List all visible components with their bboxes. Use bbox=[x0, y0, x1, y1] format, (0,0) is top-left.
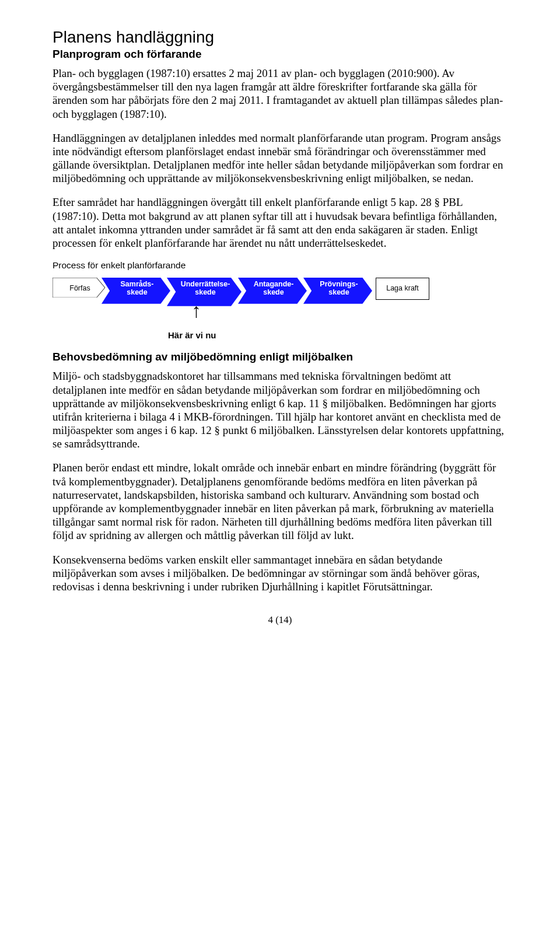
paragraph: Handläggningen av detaljplanen inleddes … bbox=[52, 131, 508, 186]
here-label: Här är vi nu bbox=[168, 330, 508, 340]
phase-label: Förfas bbox=[69, 285, 90, 293]
paragraph: Plan- och bygglagen (1987:10) ersattes 2… bbox=[52, 66, 508, 121]
phase-lagakraft: Laga kraft bbox=[376, 278, 429, 300]
heading-main: Planens handläggning bbox=[52, 28, 508, 47]
paragraph: Konsekvenserna bedöms varken enskilt ell… bbox=[52, 553, 508, 594]
page-number: 4 (14) bbox=[52, 614, 508, 626]
heading-behovsbedomning: Behovsbedömning av miljöbedömning enligt… bbox=[52, 351, 508, 363]
paragraph: Miljö- och stadsbyggnadskontoret har til… bbox=[52, 369, 508, 450]
phase-provning: Prövnings- skede bbox=[303, 278, 372, 300]
phase-label: Antagande- skede bbox=[254, 281, 294, 297]
phase-underrattelse: Underrättelse- skede bbox=[167, 278, 242, 300]
current-phase-indicator: ↑ Här är vi nu bbox=[168, 304, 508, 340]
process-title: Process för enkelt planförfarande bbox=[52, 260, 508, 271]
phase-antagande: Antagande- skede bbox=[238, 278, 307, 300]
heading-planprogram: Planprogram och förfarande bbox=[52, 48, 508, 61]
phase-samrad: Samråds- skede bbox=[102, 278, 170, 300]
phase-label: Laga kraft bbox=[386, 285, 419, 293]
document-page: Planens handläggning Planprogram och för… bbox=[0, 0, 560, 649]
paragraph: Efter samrådet har handläggningen övergå… bbox=[52, 195, 508, 250]
process-diagram: Förfas Samråds- skede Underrättelse- ske… bbox=[52, 278, 508, 300]
paragraph: Planen berör endast ett mindre, lokalt o… bbox=[52, 461, 508, 542]
phase-label: Samråds- skede bbox=[121, 281, 154, 297]
phase-label: Underrättelse- skede bbox=[181, 281, 230, 297]
phase-forfas: Förfas bbox=[52, 278, 105, 300]
up-arrow-icon: ↑ bbox=[191, 304, 508, 316]
phase-label: Prövnings- skede bbox=[320, 281, 358, 297]
